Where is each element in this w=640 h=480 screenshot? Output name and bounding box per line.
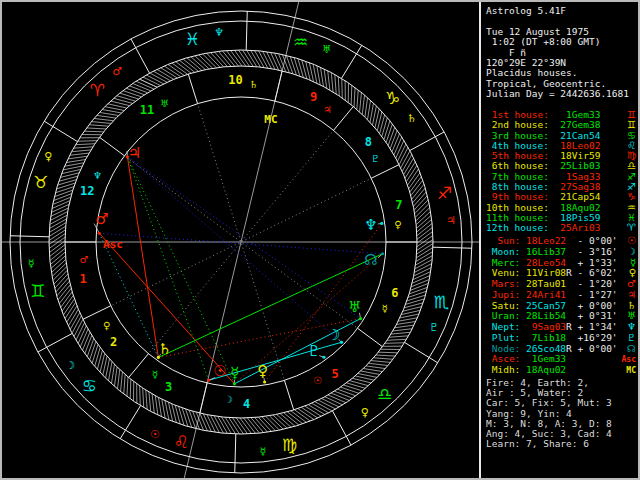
planet-icon: ☊ <box>627 343 636 354</box>
degree-tick <box>91 122 110 124</box>
degree-tick <box>65 163 84 166</box>
planet-row: Venu: 11Vir08R - 6°02'♀ <box>486 267 636 278</box>
house-number: 9 <box>310 90 317 104</box>
planet-icon: ♄ <box>627 300 636 311</box>
sign-ruler-glyph: ♇ <box>429 321 439 334</box>
degree-tick <box>155 396 158 415</box>
house-ruler-glyph: ☿ <box>381 303 387 314</box>
degree-tick <box>409 287 427 294</box>
house-row: 3rd house: 21Can54♋ <box>486 130 636 140</box>
degree-tick <box>97 115 116 118</box>
planet-label: Sun: <box>486 235 520 246</box>
degree-tick <box>80 329 88 347</box>
aspect-line <box>234 319 360 384</box>
zodiac-sign-glyph: ♓ <box>185 29 200 49</box>
degree-tick <box>363 368 382 371</box>
zodiac-sign-glyph: ♏ <box>434 292 449 312</box>
zodiac-sign-icon: ♈ <box>627 222 636 233</box>
planet-velocity: + 0°00' <box>572 300 618 311</box>
degree-tick <box>72 150 91 152</box>
degree-tick <box>133 83 151 90</box>
house-number: 12 <box>80 184 94 198</box>
degree-tick <box>140 386 141 406</box>
degree-tick <box>400 314 419 318</box>
degree-tick <box>114 367 117 386</box>
aspect-line <box>99 233 158 357</box>
planet-position-value: 16Lib37 <box>520 246 566 257</box>
degree-tick <box>182 408 188 427</box>
degree-tick <box>55 187 74 193</box>
wheel-planet-glyph: ☊ <box>364 251 377 269</box>
house-ruler-glyph: ♂ <box>80 254 89 265</box>
degree-tick <box>367 100 370 119</box>
planet-position-value: 18Aqu02 <box>520 364 566 375</box>
degree-tick <box>146 390 147 409</box>
degree-tick <box>54 190 72 197</box>
degree-tick <box>395 325 414 328</box>
degree-tick <box>290 56 296 75</box>
house-row: 10th house: 18Aqu02♒ <box>486 202 636 212</box>
degree-tick <box>130 379 131 399</box>
planet-icon: ☿ <box>630 257 636 268</box>
wheel-planet-glyph: ☽ <box>327 326 340 344</box>
degree-tick <box>394 137 402 155</box>
degree-tick <box>373 106 377 125</box>
house-ruler-glyph: ♀ <box>394 219 401 230</box>
planet-velocity: - 0°00' <box>572 235 618 246</box>
house-label: 12th house: <box>486 222 549 233</box>
degree-tick <box>108 362 111 381</box>
planet-position-dot <box>233 382 236 385</box>
house-cusp-line <box>358 328 383 346</box>
planet-row: Node: 26Sco48R + 0°00'☊ <box>486 343 636 354</box>
wheel-planet-glyph: ♄ <box>158 340 171 358</box>
zodiac-sign-glyph: ♒ <box>293 32 308 52</box>
degree-tick <box>320 67 323 86</box>
degree-tick <box>124 375 125 394</box>
degree-tick <box>271 52 279 70</box>
house-number: 3 <box>165 380 172 394</box>
house-cusp-line <box>334 106 354 130</box>
house-row: 8th house: 27Sag38♐ <box>486 181 636 191</box>
degree-tick <box>92 345 98 364</box>
degree-tick <box>385 343 405 344</box>
planet-label: Uran: <box>486 310 520 321</box>
degree-tick <box>99 112 118 115</box>
sign-ruler-glyph: ♄ <box>407 112 417 125</box>
house-row: 4th house: 18Leo02♌ <box>486 140 636 150</box>
planet-icon: ♆ <box>627 321 636 332</box>
planet-label: Jupi: <box>486 289 520 300</box>
degree-tick <box>361 371 380 374</box>
planet-velocity: - 6°02' <box>572 267 618 278</box>
degree-tick <box>51 204 69 212</box>
planet-icon: ☽ <box>627 246 636 257</box>
degree-tick <box>335 74 336 93</box>
planet-position-dot <box>380 222 383 225</box>
degree-tick <box>129 86 147 93</box>
degree-tick <box>328 71 330 90</box>
degree-tick <box>286 55 293 73</box>
planet-label: Midh: <box>486 364 520 375</box>
house-cusp-line <box>275 71 282 101</box>
planet-position-value: 1Gem33 <box>520 353 566 364</box>
degree-tick <box>82 332 89 350</box>
planet-position-dot <box>98 232 101 235</box>
degree-tick <box>360 92 362 111</box>
planet-position-value: 28Tau01 <box>520 278 566 289</box>
degree-tick <box>87 338 94 356</box>
degree-tick <box>386 124 392 143</box>
zodiac-sign-glyph: ♋ <box>82 376 97 396</box>
degree-tick <box>121 372 123 391</box>
degree-tick <box>203 414 211 432</box>
degree-tick <box>374 358 393 359</box>
degree-tick <box>382 118 387 137</box>
planet-list: Sun: 18Leo22 - 0°00'☉ Moon: 16Lib37 - 3°… <box>486 235 636 375</box>
sign-ruler-glyph: ☉ <box>150 428 160 441</box>
degree-tick <box>325 397 343 405</box>
degree-tick <box>389 336 408 337</box>
degree-tick <box>396 321 415 324</box>
zodiac-sign-glyph: ♈ <box>90 80 105 100</box>
degree-tick <box>387 339 407 340</box>
degree-tick <box>136 81 154 89</box>
degree-tick <box>331 393 349 400</box>
degree-tick <box>357 90 358 109</box>
